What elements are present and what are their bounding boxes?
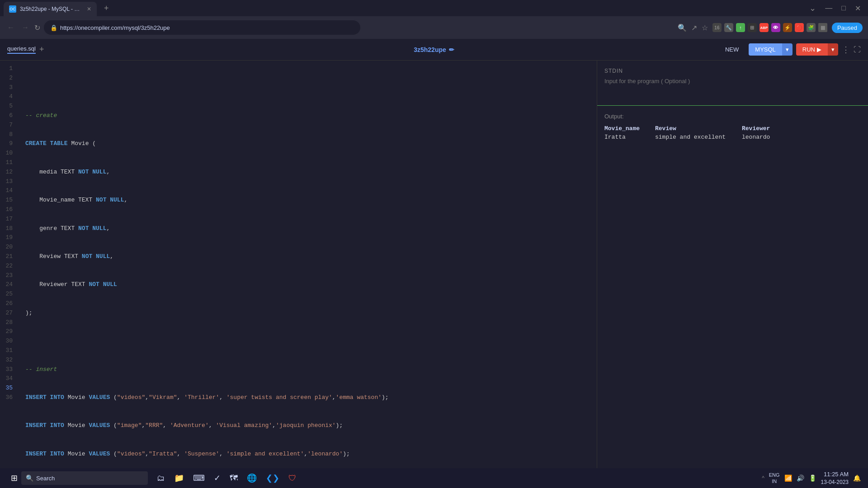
title-bar: OC 3z5h22upe - MySQL - OneComp ✕ + ⌄ — □… xyxy=(0,0,868,16)
refresh-button[interactable]: ↻ xyxy=(34,23,40,32)
back-button[interactable]: ← xyxy=(5,22,16,33)
new-tab-button[interactable]: + xyxy=(100,4,113,13)
ext-op2-icon[interactable]: ⚡ xyxy=(783,23,792,32)
line-num-16: 16 xyxy=(4,205,13,215)
url-text: https://onecompiler.com/mysql/3z5h22upe xyxy=(60,24,170,31)
line-num-25: 25 xyxy=(4,290,13,299)
line-num-3: 3 xyxy=(4,83,13,93)
mysql-dropdown-button[interactable]: ▾ xyxy=(782,43,793,56)
ext-1-icon[interactable]: 🔧 xyxy=(724,23,733,32)
output-label: Output: xyxy=(604,113,861,120)
code-line-10 xyxy=(18,337,597,346)
line-num-29: 29 xyxy=(4,327,13,337)
profile-label: Paused xyxy=(837,24,857,31)
taskbar-explorer-icon[interactable]: 🗂 xyxy=(155,472,167,485)
code-line-3: CREATE TABLE Movie ( xyxy=(18,139,597,149)
minimize-button[interactable]: — xyxy=(821,4,836,12)
mysql-label: MYSQL xyxy=(755,46,776,53)
tab-close-button[interactable]: ✕ xyxy=(87,6,91,12)
main-content: 1 2 3 4 5 6 7 8 9 10 11 12 13 14 15 16 1 xyxy=(0,61,868,488)
security-icon: 🔒 xyxy=(50,24,57,31)
maximize-button[interactable]: □ xyxy=(838,4,849,12)
line-num-5: 5 xyxy=(4,102,13,111)
taskbar-folder-icon[interactable]: 📁 xyxy=(172,471,186,485)
ext-red-icon[interactable]: 🔴 xyxy=(795,23,804,32)
taskbar: ⊞ 🔍 Search 🗂 📁 ⌨ ✓ 🗺 🌐 ❮❯ 🛡 ^ ENG IN 📶 🔊… xyxy=(0,468,868,488)
taskbar-search[interactable]: 🔍 Search xyxy=(21,471,148,485)
stdin-input[interactable] xyxy=(604,78,861,96)
line-num-2: 2 xyxy=(4,74,13,83)
file-tab[interactable]: queries.sql xyxy=(7,45,36,54)
mysql-button-group: MYSQL ▾ xyxy=(749,43,793,56)
start-button[interactable]: ⊞ xyxy=(7,471,21,485)
line-num-26: 26 xyxy=(4,299,13,309)
output-review-1: simple and excellent xyxy=(655,134,727,141)
address-bar[interactable]: 🔒 https://onecompiler.com/mysql/3z5h22up… xyxy=(44,20,360,35)
forward-button[interactable]: → xyxy=(20,22,31,33)
ext-puzzle-icon[interactable]: 🧩 xyxy=(807,23,816,32)
taskbar-vscode-icon[interactable]: ❮❯ xyxy=(264,471,281,485)
line-num-36: 36 xyxy=(4,393,13,403)
code-area[interactable]: -- create CREATE TABLE Movie ( media TEX… xyxy=(18,61,597,488)
taskbar-map-icon[interactable]: 🗺 xyxy=(228,472,240,485)
line-num-1: 1 xyxy=(4,64,13,74)
mysql-button[interactable]: MYSQL xyxy=(749,43,782,56)
add-file-tab-button[interactable]: + xyxy=(39,45,44,54)
browser-chrome: OC 3z5h22upe - MySQL - OneComp ✕ + ⌄ — □… xyxy=(0,0,868,39)
code-line-13: INSERT INTO Movie VALUES ("image","RRR",… xyxy=(18,421,597,431)
ext-2-icon[interactable]: ↑ xyxy=(736,23,745,32)
run-button-group: RUN ▶ ▾ xyxy=(796,43,838,56)
code-line-6: genre TEXT NOT NULL, xyxy=(18,224,597,234)
line-num-33: 33 xyxy=(4,365,13,375)
code-line-5: Movie_name TEXT NOT NULL, xyxy=(18,196,597,205)
line-numbers: 1 2 3 4 5 6 7 8 9 10 11 12 13 14 15 16 1 xyxy=(0,61,18,488)
search-nav-icon[interactable]: 🔍 xyxy=(678,23,687,32)
ext-16-icon[interactable]: 16 xyxy=(712,23,722,32)
ext-abp-icon[interactable]: ABP xyxy=(760,23,769,32)
ext-op-icon[interactable]: 👁 xyxy=(771,23,780,32)
ext-sidebar-icon[interactable]: ▦ xyxy=(818,23,827,32)
line-num-27: 27 xyxy=(4,309,13,318)
line-num-31: 31 xyxy=(4,346,13,356)
more-options-button[interactable]: ⋮ xyxy=(842,45,850,55)
output-reviewer-1: leonardo xyxy=(742,134,778,141)
line-num-18: 18 xyxy=(4,224,13,234)
line-num-4: 4 xyxy=(4,92,13,102)
tabs-menu[interactable]: ⌄ xyxy=(806,3,820,13)
time-block[interactable]: 11:25 AM 13-04-2023 xyxy=(821,470,849,486)
line-num-13: 13 xyxy=(4,177,13,187)
bookmark-icon[interactable]: ☆ xyxy=(702,23,708,32)
taskbar-terminal-icon[interactable]: ⌨ xyxy=(191,471,207,485)
new-button[interactable]: NEW xyxy=(719,43,745,56)
share-icon[interactable]: ↗ xyxy=(691,23,697,32)
profile-button[interactable]: Paused xyxy=(832,23,863,33)
battery-icon[interactable]: 🔋 xyxy=(809,474,816,482)
output-moviename-1: Iratta xyxy=(604,134,641,141)
taskbar-security-icon[interactable]: 🛡 xyxy=(287,472,298,485)
sound-icon[interactable]: 🔊 xyxy=(797,474,804,482)
editor-panel[interactable]: 1 2 3 4 5 6 7 8 9 10 11 12 13 14 15 16 1 xyxy=(0,61,597,488)
tray-chevron-icon[interactable]: ^ xyxy=(762,475,764,481)
notification-icon[interactable]: 🔔 xyxy=(853,474,861,482)
line-num-11: 11 xyxy=(4,158,13,168)
run-button[interactable]: RUN ▶ xyxy=(796,43,828,56)
edit-project-name-icon[interactable]: ✏ xyxy=(449,46,454,53)
output-data-row-1: Iratta simple and excellent leonardo xyxy=(604,134,861,141)
run-play-icon: ▶ xyxy=(817,46,821,53)
browser-tab[interactable]: OC 3z5h22upe - MySQL - OneComp ✕ xyxy=(4,2,97,16)
nav-bar: ← → ↻ 🔒 https://onecompiler.com/mysql/3z… xyxy=(0,16,868,39)
time-text: 11:25 AM xyxy=(821,470,849,479)
line-num-28: 28 xyxy=(4,318,13,328)
run-dropdown-button[interactable]: ▾ xyxy=(828,43,838,56)
tab-title: 3z5h22upe - MySQL - OneComp xyxy=(20,6,83,12)
ext-win-icon[interactable]: ⊞ xyxy=(748,23,757,32)
code-line-2: -- create xyxy=(18,111,597,121)
taskbar-check-icon[interactable]: ✓ xyxy=(212,471,222,485)
network-icon[interactable]: 📶 xyxy=(784,474,792,482)
nav-icons: 🔍 ↗ ☆ 16 🔧 ↑ ⊞ ABP 👁 ⚡ 🔴 🧩 ▦ Paused xyxy=(678,23,863,33)
output-col-review-header: Review xyxy=(655,125,727,132)
run-label: RUN xyxy=(802,46,815,53)
taskbar-chrome-icon[interactable]: 🌐 xyxy=(245,471,259,485)
expand-button[interactable]: ⛶ xyxy=(854,46,861,54)
close-button[interactable]: ✕ xyxy=(851,4,864,13)
